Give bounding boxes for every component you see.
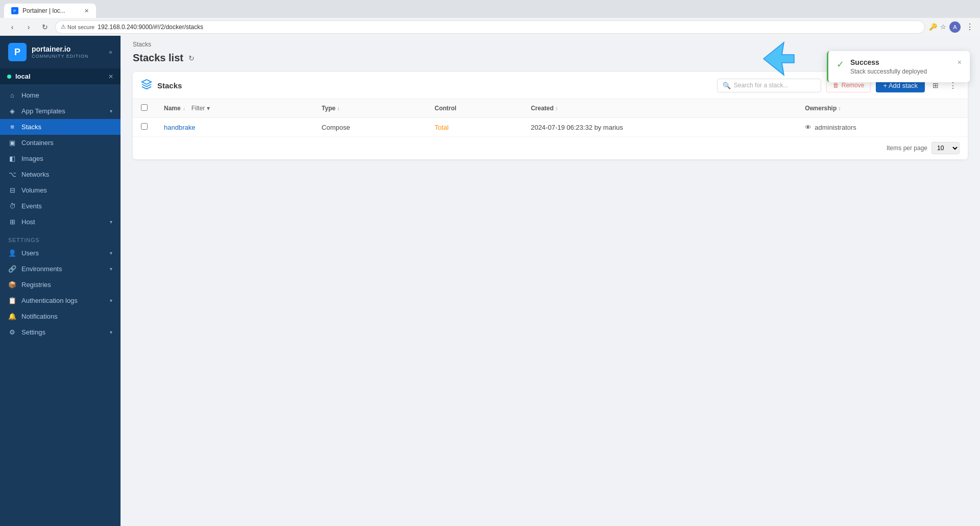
app-layout: P portainer.io COMMUNITY EDITION « local… (0, 36, 980, 526)
browser-tab-portainer[interactable]: P Portainer | loc... ✕ (4, 4, 96, 18)
stack-name-link[interactable]: handbrake (164, 124, 195, 131)
menu-icon[interactable]: ⋮ (966, 22, 974, 32)
items-per-page: Items per page 10 25 50 100 (133, 137, 968, 159)
filter-button[interactable]: Filter ▾ (192, 105, 210, 112)
bookmark-icon[interactable]: ☆ (940, 23, 946, 31)
search-input[interactable] (734, 82, 816, 89)
not-secure-indicator: ⚠ Not secure (61, 23, 94, 30)
remove-icon: 🗑 (833, 82, 839, 89)
sort-icon: ↕ (337, 106, 340, 111)
sidebar-item-label: Notifications (21, 313, 112, 320)
sidebar-item-users[interactable]: 👤 Users ▾ (0, 245, 121, 261)
sidebar-item-stacks[interactable]: ≡ Stacks (0, 119, 121, 135)
sidebar-env-section: local ✕ (0, 68, 121, 84)
profile-icon[interactable]: A (949, 21, 961, 33)
arrow-pointer (755, 38, 796, 81)
toast-close-button[interactable]: × (958, 58, 962, 66)
sidebar-item-images[interactable]: ◧ Images (0, 151, 121, 166)
col-created: Created ↕ (522, 99, 797, 118)
svg-marker-0 (763, 42, 794, 75)
sidebar-item-app-templates[interactable]: ◈ App Templates ▾ (0, 103, 121, 119)
toast-container: ✓ Success Stack successfully deployed × (827, 51, 970, 82)
logo-subtitle: COMMUNITY EDITION (32, 54, 88, 59)
stacks-panel-icon (141, 79, 152, 92)
sidebar-item-auth-logs[interactable]: 📋 Authentication logs ▾ (0, 293, 121, 308)
sidebar-item-label: Authentication logs (21, 297, 105, 304)
table-row: handbrake Compose Total 2024-07-19 06:23… (133, 118, 968, 137)
back-button[interactable]: ‹ (6, 21, 18, 33)
row-select-cell (133, 118, 156, 137)
row-control-cell: Total (426, 118, 522, 137)
browser-toolbar: ‹ › ↻ ⚠ Not secure 192.168.0.240:9000/#!… (0, 18, 980, 36)
logo-icon: P (8, 43, 27, 61)
sidebar-item-label: Registries (21, 281, 112, 289)
tab-favicon: P (11, 7, 18, 14)
browser-tabs: P Portainer | loc... ✕ (0, 0, 980, 18)
sidebar-item-environments[interactable]: 🔗 Environments ▾ (0, 261, 121, 277)
address-bar[interactable]: ⚠ Not secure 192.168.0.240:9000/#!/2/doc… (55, 20, 925, 34)
toast-title: Success (850, 58, 951, 66)
sidebar-item-volumes[interactable]: ⊟ Volumes (0, 182, 121, 198)
page-title: Stacks list (133, 52, 183, 64)
sidebar-item-events[interactable]: ⏱ Events (0, 198, 121, 214)
sidebar-item-label: Networks (21, 171, 112, 178)
host-icon: ⊞ (8, 218, 16, 226)
networks-icon: ⌥ (8, 171, 16, 178)
stacks-table: Name ↓ Filter ▾ Type ↕ (133, 99, 968, 137)
logo-text: portainer.io COMMUNITY EDITION (32, 45, 88, 59)
row-type-cell: Compose (314, 118, 426, 137)
stacks-icon: ≡ (8, 123, 16, 131)
browser-toolbar-actions: 🔑 ☆ A ⋮ (929, 21, 974, 33)
refresh-button[interactable]: ↻ (188, 54, 195, 62)
logo-title: portainer.io (32, 45, 88, 54)
environments-icon: 🔗 (8, 265, 16, 273)
control-badge: Total (435, 124, 448, 131)
breadcrumb: Stacks (121, 36, 980, 50)
sidebar-item-label: Volumes (21, 186, 112, 194)
sidebar-item-notifications[interactable]: 🔔 Notifications (0, 308, 121, 324)
search-icon: 🔍 (723, 82, 731, 89)
sidebar-item-networks[interactable]: ⌥ Networks (0, 166, 121, 182)
sidebar-item-label: Images (21, 155, 112, 162)
sidebar-nav: ⌂ Home ◈ App Templates ▾ ≡ Stacks ▣ Cont… (0, 84, 121, 526)
sidebar-collapse-button[interactable]: « (109, 49, 112, 56)
env-close-button[interactable]: ✕ (108, 73, 113, 80)
ownership-icon: 👁 (805, 124, 811, 131)
home-icon: ⌂ (8, 91, 16, 99)
select-all-header (133, 99, 156, 118)
items-per-page-select[interactable]: 10 25 50 100 (931, 142, 960, 154)
sort-icon: ↓ (183, 106, 185, 111)
sort-icon: ↕ (839, 106, 841, 111)
col-control: Control (426, 99, 522, 118)
env-status-dot (7, 75, 11, 79)
col-ownership: Ownership ↕ (797, 99, 968, 118)
reload-button[interactable]: ↻ (39, 21, 51, 33)
forward-button[interactable]: › (22, 21, 35, 33)
tab-close-button[interactable]: ✕ (84, 8, 89, 14)
select-all-checkbox[interactable] (141, 104, 148, 111)
sidebar-item-label: Events (21, 202, 112, 210)
row-name-cell: handbrake (156, 118, 314, 137)
users-icon: 👤 (8, 249, 16, 257)
panel-title: Stacks (157, 81, 712, 90)
sidebar-item-settings[interactable]: ⚙ Settings ▾ (0, 324, 121, 340)
key-icon[interactable]: 🔑 (929, 23, 937, 31)
main-content: Stacks Stacks list ↻ Stacks 🔍 (121, 36, 980, 526)
row-created-cell: 2024-07-19 06:23:32 by marius (522, 118, 797, 137)
app-templates-icon: ◈ (8, 107, 16, 115)
registries-icon: 📦 (8, 281, 16, 289)
sidebar-item-host[interactable]: ⊞ Host ▾ (0, 214, 121, 230)
row-ownership-cell: 👁 administrators (797, 118, 968, 137)
success-icon: ✓ (836, 59, 844, 70)
env-name: local (7, 73, 31, 80)
table-header-row: Name ↓ Filter ▾ Type ↕ (133, 99, 968, 118)
row-checkbox[interactable] (141, 123, 148, 130)
settings-icon: ⚙ (8, 328, 16, 336)
settings-section-title: Settings (0, 230, 121, 245)
sidebar-item-containers[interactable]: ▣ Containers (0, 135, 121, 151)
url-display: 192.168.0.240:9000/#!/2/docker/stacks (98, 23, 203, 31)
browser-chrome: P Portainer | loc... ✕ ‹ › ↻ ⚠ Not secur… (0, 0, 980, 36)
chevron-down-icon: ▾ (110, 266, 112, 272)
sidebar-item-home[interactable]: ⌂ Home (0, 87, 121, 103)
sidebar-item-registries[interactable]: 📦 Registries (0, 277, 121, 293)
